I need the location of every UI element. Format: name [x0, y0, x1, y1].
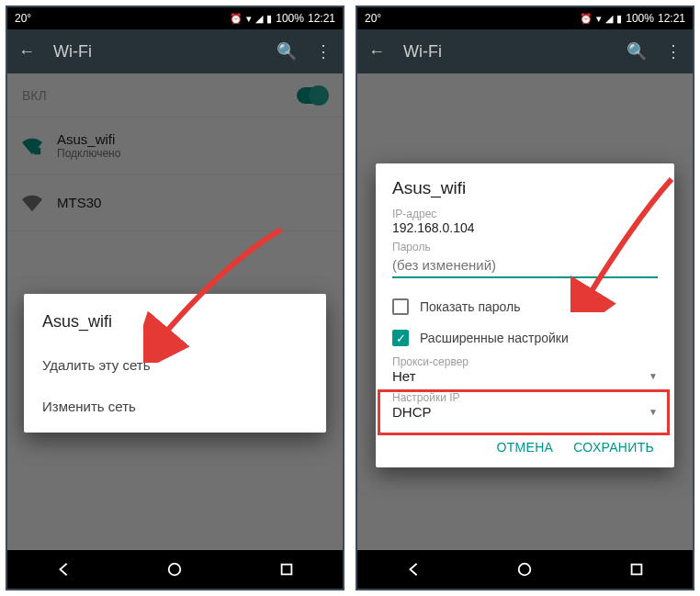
overflow-icon[interactable]: ⋮ [315, 41, 332, 62]
checkbox-checked-icon[interactable]: ✓ [392, 330, 409, 346]
show-password-row[interactable]: Показать пароль [392, 291, 658, 322]
back-icon[interactable]: ← [18, 42, 35, 62]
signal-icon: ◢ [605, 13, 613, 25]
proxy-dropdown[interactable]: Прокси-сервер Нет ▼ [392, 355, 658, 384]
ip-address-value: 192.168.0.104 [392, 220, 658, 235]
advanced-row[interactable]: ✓ Расширенные настройки [392, 322, 658, 354]
nav-home-icon[interactable] [165, 560, 184, 579]
signal-icon: ◢ [255, 13, 263, 25]
page-title: Wi-Fi [53, 42, 92, 62]
wifi-status-icon: ▾ [596, 13, 602, 25]
nav-home-icon[interactable] [515, 560, 534, 579]
chevron-down-icon: ▼ [649, 407, 658, 417]
search-icon[interactable]: 🔍 [277, 41, 297, 62]
menu-item-modify[interactable]: Изменить сеть [24, 386, 326, 427]
nav-recent-icon[interactable] [627, 560, 646, 579]
svg-rect-6 [632, 565, 642, 575]
proxy-value: Нет [392, 368, 416, 384]
phone-right: 20° ⏰ ▾ ◢ ▮ 100% 12:21 ← Wi-Fi 🔍 ⋮ Asus_… [356, 6, 694, 590]
nav-bar [7, 550, 343, 589]
nav-recent-icon[interactable] [277, 560, 296, 579]
nav-back-icon[interactable] [54, 560, 73, 579]
proxy-label: Прокси-сервер [392, 355, 658, 368]
cancel-button[interactable]: ОТМЕНА [497, 440, 554, 455]
status-bar: 20° ⏰ ▾ ◢ ▮ 100% 12:21 [7, 7, 343, 29]
save-button[interactable]: СОХРАНИТЬ [573, 440, 654, 455]
alarm-icon: ⏰ [580, 13, 593, 25]
status-icons: ⏰ ▾ ◢ ▮ 100% 12:21 [580, 12, 685, 25]
dialog-title: Asus_wifi [392, 178, 658, 198]
clock: 12:21 [308, 12, 335, 25]
app-bar: ← Wi-Fi 🔍 ⋮ [7, 29, 343, 73]
search-icon[interactable]: 🔍 [627, 41, 647, 62]
svg-rect-3 [282, 565, 292, 575]
show-password-label: Показать пароль [420, 299, 521, 314]
overflow-icon[interactable]: ⋮ [665, 41, 682, 62]
dialog-title: Asus_wifi [24, 307, 326, 344]
password-label: Пароль [392, 241, 658, 253]
status-bar: 20° ⏰ ▾ ◢ ▮ 100% 12:21 [357, 7, 693, 29]
ip-address-label: IP-адрес [392, 208, 658, 220]
battery-pct: 100% [626, 12, 654, 25]
temperature: 20° [365, 12, 381, 25]
password-input[interactable] [392, 253, 658, 278]
menu-item-forget[interactable]: Удалить эту сеть [24, 344, 326, 386]
checkbox-unchecked-icon[interactable] [392, 298, 409, 315]
context-menu-dialog: Asus_wifi Удалить эту сеть Изменить сеть [24, 294, 326, 433]
edit-network-dialog: Asus_wifi IP-адрес 192.168.0.104 Пароль … [376, 163, 674, 467]
app-bar: ← Wi-Fi 🔍 ⋮ [357, 29, 693, 73]
ip-settings-dropdown[interactable]: Настройки IP DHCP ▼ [392, 388, 658, 423]
clock: 12:21 [658, 12, 685, 25]
wifi-status-icon: ▾ [246, 13, 252, 25]
svg-point-2 [169, 564, 181, 576]
page-title: Wi-Fi [403, 42, 442, 62]
content-area: Asus_wifi IP-адрес 192.168.0.104 Пароль … [357, 73, 693, 550]
nav-bar [357, 550, 693, 589]
advanced-label: Расширенные настройки [420, 331, 569, 345]
ip-settings-label: Настройки IP [392, 391, 658, 404]
status-icons: ⏰ ▾ ◢ ▮ 100% 12:21 [230, 12, 335, 25]
chevron-down-icon: ▼ [649, 371, 658, 381]
back-icon[interactable]: ← [368, 42, 385, 62]
ip-settings-value: DHCP [392, 404, 432, 420]
alarm-icon: ⏰ [230, 13, 243, 25]
nav-back-icon[interactable] [404, 560, 423, 579]
temperature: 20° [15, 12, 31, 25]
battery-icon: ▮ [266, 13, 272, 25]
dialog-actions: ОТМЕНА СОХРАНИТЬ [392, 427, 658, 458]
battery-icon: ▮ [616, 13, 622, 25]
phone-left: 20° ⏰ ▾ ◢ ▮ 100% 12:21 ← Wi-Fi 🔍 ⋮ ВКЛ A… [6, 6, 344, 590]
svg-point-5 [519, 564, 531, 576]
content-area: ВКЛ Asus_wifi Подключено MTS30 Asus_wifi… [7, 73, 343, 550]
battery-pct: 100% [276, 12, 304, 25]
